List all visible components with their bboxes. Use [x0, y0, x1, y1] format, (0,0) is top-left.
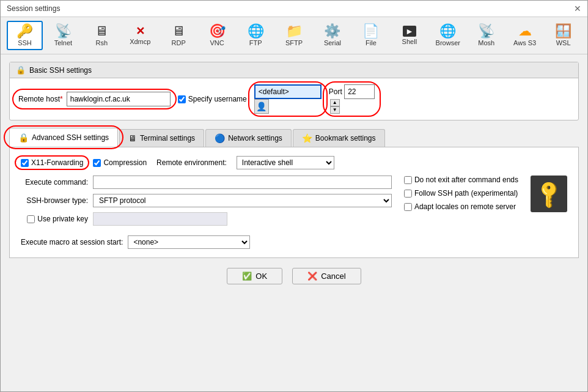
remote-host-group: Remote host* — [18, 92, 171, 106]
toolbar-item-ssh[interactable]: 🔑 SSH — [7, 21, 43, 50]
tab-network[interactable]: 🔵 Network settings — [205, 129, 292, 147]
adapt-locales-label[interactable]: Adapt locales on remote server — [404, 202, 518, 211]
mosh-icon: 📡 — [478, 24, 494, 38]
macro-select[interactable]: <none> — [128, 235, 250, 249]
specify-username-checkbox[interactable] — [178, 95, 186, 103]
key-icon-box: 🔑 — [531, 176, 567, 212]
toolbar-label-ftp: FTP — [249, 39, 262, 46]
bookmark-tab-icon: ⭐ — [302, 133, 312, 143]
toolbar: 🔑 SSH 📡 Telnet 🖥 Rsh ✕ Xdmcp 🖥 RDP 🎯 VNC — [1, 17, 587, 54]
execute-command-input[interactable] — [93, 176, 392, 189]
execute-command-label: Execute command: — [21, 178, 88, 187]
toolbar-item-sftp[interactable]: 📁 SFTP — [276, 21, 312, 50]
remote-env-label: Remote environment: — [156, 158, 227, 167]
specify-username-checkbox-label[interactable]: Specify username — [178, 95, 247, 103]
xdmcp-icon: ✕ — [136, 26, 145, 37]
ssh-browser-row: SSH-browser type: SFTP protocol FTP None — [21, 194, 392, 207]
do-not-exit-label[interactable]: Do not exit after command ends — [404, 176, 518, 184]
port-spinner: ▲ ▼ — [330, 99, 375, 114]
macro-row: Execute macro at session start: <none> — [21, 235, 567, 249]
toolbar-item-vnc[interactable]: 🎯 VNC — [199, 21, 235, 50]
compression-checkbox-label[interactable]: Compression — [93, 158, 147, 167]
username-icon-button[interactable]: 👤 — [254, 99, 269, 114]
toolbar-label-shell: Shell — [402, 38, 417, 45]
toolbar-label-file: File — [366, 39, 377, 46]
do-not-exit-checkbox[interactable] — [404, 176, 412, 184]
toolbar-label-telnet: Telnet — [54, 39, 72, 46]
toolbar-label-xdmcp: Xdmcp — [130, 38, 150, 45]
private-key-input[interactable] — [93, 212, 227, 226]
terminal-tab-icon: 🖥 — [128, 133, 137, 143]
adapt-locales-checkbox[interactable] — [404, 203, 412, 211]
toolbar-label-rsh: Rsh — [96, 39, 108, 46]
tab-bookmark-label: Bookmark settings — [315, 134, 376, 142]
tab-bookmark[interactable]: ⭐ Bookmark settings — [293, 129, 385, 147]
toolbar-item-rsh[interactable]: 🖥 Rsh — [84, 21, 120, 50]
cancel-button[interactable]: ❌ Cancel — [292, 268, 361, 284]
tab-terminal-label: Terminal settings — [140, 134, 195, 142]
toolbar-label-awss3: Aws S3 — [513, 39, 536, 46]
basic-ssh-row: Remote host* Specify username 👤 — [18, 84, 570, 114]
tab-advanced-ssh-label: Advanced SSH settings — [32, 133, 109, 142]
basic-ssh-lock-icon: 🔒 — [16, 65, 26, 75]
basic-ssh-body: Remote host* Specify username 👤 — [10, 78, 578, 120]
port-up-button[interactable]: ▲ — [330, 99, 340, 106]
ok-label: OK — [255, 272, 267, 281]
toolbar-item-file[interactable]: 📄 File — [353, 21, 389, 50]
toolbar-item-telnet[interactable]: 📡 Telnet — [45, 21, 81, 50]
toolbar-item-wsl[interactable]: 🪟 WSL — [545, 21, 581, 50]
adv-row-2-wrap: Execute command: SSH-browser type: SFTP … — [21, 176, 567, 231]
key-icon: 🔑 — [532, 177, 565, 210]
tab-terminal[interactable]: 🖥 Terminal settings — [119, 129, 204, 147]
advanced-section: 🔒 Advanced SSH settings 🖥 Terminal setti… — [9, 127, 579, 258]
file-icon: 📄 — [362, 24, 379, 38]
toolbar-item-xdmcp[interactable]: ✕ Xdmcp — [122, 21, 158, 50]
port-down-button[interactable]: ▼ — [330, 106, 340, 114]
toolbar-label-rdp: RDP — [172, 39, 186, 46]
port-group: Port ▲ ▼ — [329, 84, 375, 114]
follow-ssh-path-label[interactable]: Follow SSH path (experimental) — [404, 189, 518, 198]
toolbar-label-browser: Browser — [436, 39, 460, 46]
main-content: 🔒 Basic SSH settings Remote host* — [1, 54, 587, 299]
username-input[interactable] — [254, 84, 322, 99]
awss3-icon: ☁ — [518, 24, 532, 38]
ftp-icon: 🌐 — [248, 24, 264, 38]
toolbar-item-rdp[interactable]: 🖥 RDP — [161, 21, 197, 50]
cancel-label: Cancel — [321, 272, 345, 281]
ssh-icon: 🔑 — [17, 24, 33, 38]
shell-icon: ► — [403, 26, 416, 37]
remote-env-select[interactable]: Interactive shell Bash Zsh Custom — [237, 156, 334, 169]
close-button[interactable]: ✕ — [574, 4, 581, 13]
ssh-browser-select[interactable]: SFTP protocol FTP None — [93, 194, 392, 207]
remote-host-input[interactable] — [67, 92, 171, 106]
x11-forwarding-checkbox-label[interactable]: X11-Forwarding — [21, 158, 83, 167]
tab-advanced-ssh[interactable]: 🔒 Advanced SSH settings — [9, 128, 118, 147]
ok-button[interactable]: ✅ OK — [227, 268, 282, 284]
toolbar-item-browser[interactable]: 🌐 Browser — [430, 21, 466, 50]
use-private-key-row: Use private key — [21, 212, 392, 226]
username-group: 👤 — [254, 84, 322, 114]
remote-host-label: Remote host* — [18, 95, 63, 103]
execute-command-row: Execute command: — [21, 176, 392, 189]
dialog-title: Session settings — [7, 4, 60, 13]
toolbar-item-ftp[interactable]: 🌐 FTP — [238, 21, 274, 50]
vnc-icon: 🎯 — [209, 24, 226, 38]
x11-forwarding-checkbox[interactable] — [21, 159, 29, 167]
follow-ssh-path-checkbox[interactable] — [404, 190, 412, 198]
toolbar-label-serial: Serial — [324, 39, 341, 46]
use-private-key-label[interactable]: Use private key — [27, 215, 88, 223]
sftp-icon: 📁 — [286, 24, 303, 38]
toolbar-item-serial[interactable]: ⚙️ Serial — [315, 21, 351, 50]
basic-ssh-label: Basic SSH settings — [29, 66, 92, 75]
toolbar-label-mosh: Mosh — [478, 39, 494, 46]
browser-icon: 🌐 — [439, 24, 456, 38]
adv-right-col: Do not exit after command ends Follow SS… — [404, 176, 518, 231]
toolbar-label-vnc: VNC — [210, 39, 224, 46]
tabs-row: 🔒 Advanced SSH settings 🖥 Terminal setti… — [9, 127, 579, 147]
toolbar-item-shell[interactable]: ► Shell — [391, 21, 427, 50]
use-private-key-checkbox[interactable] — [27, 215, 35, 223]
toolbar-item-awss3[interactable]: ☁ Aws S3 — [507, 21, 543, 50]
toolbar-item-mosh[interactable]: 📡 Mosh — [468, 21, 504, 50]
port-input[interactable] — [344, 84, 375, 99]
compression-checkbox[interactable] — [93, 159, 101, 167]
